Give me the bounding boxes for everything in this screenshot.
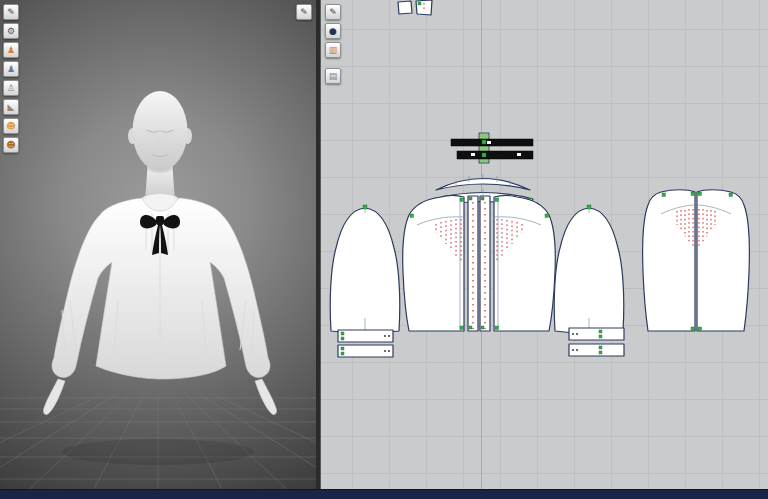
shoe-icon[interactable]: ◣: [3, 99, 19, 115]
left-sleeve-piece[interactable]: [330, 205, 400, 333]
hair-icon[interactable]: ☻: [3, 137, 19, 153]
pen-tool-icon[interactable]: ✎: [3, 4, 19, 20]
layers-icon[interactable]: ▤: [325, 68, 341, 84]
head: [133, 91, 188, 171]
floor-grid: [0, 368, 316, 489]
avatar-orange-icon-glyph: ♟: [7, 46, 15, 55]
3d-scene: [0, 0, 316, 489]
viewport-2d[interactable]: ✎●▥▤: [321, 0, 768, 489]
pen-tool-icon-glyph: ✎: [329, 8, 337, 17]
back-right-bodice-piece[interactable]: [697, 190, 749, 331]
shoe-icon-glyph: ◣: [8, 103, 15, 112]
garment-design-workspace: ✎⚙♟♟♙◣☻☻ ✎: [0, 0, 768, 499]
partial-piece-a[interactable]: [398, 1, 412, 14]
head-icon[interactable]: ☻: [3, 118, 19, 134]
pen-tool-icon[interactable]: ✎: [325, 4, 341, 20]
pattern-canvas: [321, 0, 768, 489]
blouse-garment[interactable]: [52, 194, 270, 380]
avatar-orange-icon[interactable]: ♟: [3, 42, 19, 58]
fabric-icon-glyph: ▥: [329, 46, 338, 55]
cuff-right-bottom-piece[interactable]: [569, 344, 624, 356]
placket-left-piece[interactable]: [468, 196, 478, 331]
back-left-bodice-piece[interactable]: [643, 190, 695, 331]
avatar-toolbar: ✎⚙♟♟♙◣☻☻: [3, 4, 19, 153]
ribbon-bar-bottom[interactable]: [457, 151, 533, 159]
layers-icon-glyph: ▤: [329, 72, 338, 81]
floor-shadow: [62, 439, 254, 465]
sphere-icon[interactable]: ●: [325, 23, 341, 39]
avatar-blue-icon-glyph: ♟: [7, 65, 15, 74]
right-sleeve-piece[interactable]: [554, 205, 624, 333]
mannequin-icon[interactable]: ♙: [3, 80, 19, 96]
ribbon-pieces[interactable]: [451, 133, 533, 163]
pen-tool-icon-glyph: ✎: [7, 8, 15, 17]
status-bar: [0, 489, 768, 499]
cuff-left-top-piece[interactable]: [338, 330, 393, 342]
pen-tool-icon: ✎: [300, 8, 308, 17]
front-right-bodice-piece[interactable]: [494, 196, 555, 332]
pen-tool-corner[interactable]: ✎: [296, 4, 312, 20]
mannequin-icon-glyph: ♙: [7, 84, 15, 93]
cuff-left-bottom-piece[interactable]: [338, 345, 393, 357]
avatar-blue-icon[interactable]: ♟: [3, 61, 19, 77]
sphere-icon-glyph: ●: [329, 27, 337, 36]
collar-piece[interactable]: [436, 174, 530, 190]
head-icon-glyph: ☻: [6, 122, 15, 131]
partial-piece-b[interactable]: [416, 0, 432, 15]
cuff-right-top-piece[interactable]: [569, 328, 624, 340]
gear-icon[interactable]: ⚙: [3, 23, 19, 39]
pattern-toolbar: ✎●▥▤: [325, 4, 341, 84]
front-left-bodice-piece[interactable]: [403, 196, 464, 332]
placket-right-piece[interactable]: [480, 196, 490, 331]
fabric-icon[interactable]: ▥: [325, 42, 341, 58]
hair-icon-glyph: ☻: [6, 141, 15, 150]
viewport-3d[interactable]: ✎⚙♟♟♙◣☻☻ ✎: [0, 0, 316, 489]
ribbon-bar-top[interactable]: [451, 139, 533, 146]
gear-icon-glyph: ⚙: [7, 27, 15, 36]
